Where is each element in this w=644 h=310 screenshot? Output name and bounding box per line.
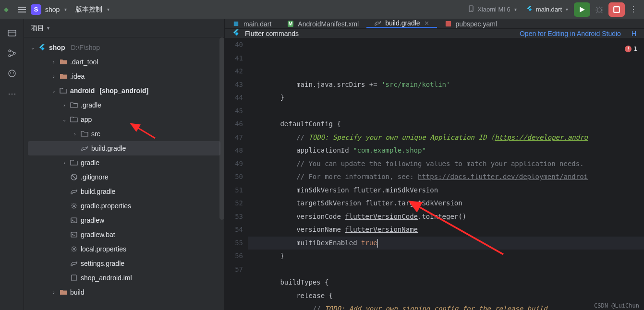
tab-label: build.gradle [385, 19, 420, 27]
file-icon [70, 188, 78, 195]
project-name[interactable]: shop [45, 6, 60, 13]
tree-node-gradlew-bat[interactable]: gradlew.bat [24, 227, 224, 242]
code-content[interactable]: ! 1 main.java.srcDirs += 'src/main/kotli… [248, 38, 644, 310]
svg-rect-4 [8, 30, 16, 36]
structure-tool-icon[interactable] [7, 48, 17, 59]
chevron-down-icon: ▾ [64, 7, 67, 12]
tab-label: AndroidManifest.xml [298, 20, 359, 28]
project-tool-icon[interactable] [7, 28, 17, 38]
svg-point-1 [471, 10, 472, 11]
svg-rect-14 [71, 232, 77, 237]
vcs-menu[interactable]: 版本控制 [75, 5, 102, 14]
tree-node-gradlew[interactable]: gradlew [24, 213, 224, 227]
svg-point-2 [597, 8, 602, 12]
tree-node--dart-tool[interactable]: ›.dart_tool [24, 55, 224, 69]
editor-tabs: main.dartMAndroidManifest.xmlbuild.gradl… [225, 19, 644, 29]
error-icon: ! [625, 46, 632, 52]
stop-button[interactable] [608, 2, 625, 17]
flutter-icon [232, 29, 240, 38]
run-config-selector[interactable]: main.dart ▾ [522, 3, 572, 15]
code-line[interactable]: buildTypes { [248, 276, 644, 289]
tree-node--idea[interactable]: ›.idea [24, 69, 224, 83]
svg-point-9 [10, 72, 11, 73]
file-icon [70, 173, 78, 181]
close-icon[interactable]: ✕ [424, 20, 429, 27]
code-line[interactable]: release { [248, 289, 644, 303]
code-line[interactable] [248, 263, 644, 276]
tree-node-build[interactable]: ›build [24, 285, 224, 299]
chevron-down-icon: ▾ [514, 7, 517, 12]
file-icon [70, 231, 78, 238]
svg-rect-3 [614, 7, 620, 12]
file-icon [81, 130, 88, 138]
code-line[interactable]: } [248, 91, 644, 105]
banner-extra[interactable]: H [632, 30, 636, 37]
device-name: Xiaomi MI 6 [477, 6, 510, 13]
code-line[interactable]: // You can update the following values t… [248, 157, 644, 171]
code-line[interactable]: applicationId "com.example.shop" [248, 144, 644, 157]
tree-node-app[interactable]: ⌄app [24, 112, 224, 127]
tree-node-settings-gradle[interactable]: settings.gradle [24, 256, 224, 271]
tree-node--gitignore[interactable]: .gitignore [24, 170, 224, 184]
tab-main-dart[interactable]: main.dart [225, 19, 279, 28]
debug-button[interactable] [592, 5, 607, 14]
tree-node-local-properties[interactable]: local.properties [24, 242, 224, 256]
tree-root[interactable]: ⌄shopD:\F\shop [24, 40, 224, 55]
file-icon [60, 288, 67, 296]
code-line[interactable]: versionName flutterVersionName [248, 223, 644, 237]
main-menu-button[interactable] [17, 5, 27, 14]
code-line[interactable]: versionCode flutterVersionCode.toInteger… [248, 210, 644, 224]
watermark: CSDN @LuiChun [594, 299, 639, 310]
tab-build-gradle[interactable]: build.gradle✕ [366, 19, 437, 28]
error-indicator[interactable]: ! 1 [625, 42, 637, 56]
chevron-down-icon: ▾ [107, 7, 109, 12]
code-line[interactable]: // TODO: Add your own signing config for… [248, 302, 644, 310]
tree-node--gradle[interactable]: ›.gradle [24, 98, 224, 112]
file-icon [60, 58, 67, 66]
tree-node-gradle[interactable]: ›gradle [24, 155, 224, 170]
sidebar-title: 项目 [31, 24, 44, 33]
code-line[interactable]: minSdkVersion flutter.minSdkVersion [248, 184, 644, 197]
svg-point-12 [73, 205, 75, 207]
svg-rect-16 [72, 275, 76, 281]
copilot-tool-icon[interactable] [7, 68, 17, 79]
tree-node-build-gradle[interactable]: build.gradle [28, 141, 220, 155]
file-icon [81, 144, 88, 152]
svg-point-6 [9, 55, 11, 57]
scrollbar[interactable] [219, 37, 224, 220]
phone-icon [468, 5, 474, 13]
file-icon [70, 101, 78, 109]
tree-node-android[interactable]: ⌄android [shop_android] [24, 83, 224, 98]
tree-node-gradle-properties[interactable]: gradle.properties [24, 199, 224, 213]
svg-rect-13 [71, 218, 77, 223]
code-editor[interactable]: 404142434445464748495051525354555657 ! 1… [225, 38, 644, 310]
run-config-label: main.dart [536, 6, 562, 13]
code-line[interactable]: // TODO: Specify your own unique Applica… [248, 131, 644, 144]
tab-pubspec-yaml[interactable]: pubspec.yaml [437, 19, 505, 28]
tab-label: pubspec.yaml [456, 20, 497, 28]
code-line[interactable]: multiDexEnabled true [248, 237, 644, 250]
chevron-down-icon: ▾ [47, 25, 49, 31]
code-line[interactable]: } [248, 250, 644, 263]
more-menu-button[interactable]: ⋮ [627, 5, 640, 14]
code-line[interactable] [248, 105, 644, 118]
code-line[interactable]: main.java.srcDirs += 'src/main/kotlin' [248, 78, 644, 92]
code-line[interactable]: // For more information, see: https://do… [248, 170, 644, 184]
code-line[interactable]: defaultConfig { [248, 118, 644, 131]
device-selector[interactable]: Xiaomi MI 6 ▾ [464, 3, 521, 15]
code-line[interactable]: targetSdkVersion flutter.targetSdkVersio… [248, 197, 644, 210]
toolbar: ◆ S shop ▾ 版本控制 ▾ Xiaomi MI 6 ▾ main.dar… [0, 0, 644, 19]
flutter-icon [526, 5, 533, 13]
tree-node-build-gradle[interactable]: build.gradle [24, 184, 224, 199]
svg-point-5 [9, 50, 11, 52]
file-icon [70, 202, 78, 210]
tab-androidmanifest-xml[interactable]: MAndroidManifest.xml [279, 19, 366, 28]
project-tree[interactable]: ⌄shopD:\F\shop›.dart_tool›.idea⌄android … [24, 37, 224, 302]
open-in-studio-link[interactable]: Open for Editing in Android Studio [520, 30, 621, 37]
sidebar-header[interactable]: 项目 ▾ [24, 19, 224, 37]
tree-node-shop-android-iml[interactable]: shop_android.iml [24, 271, 224, 285]
more-tools-icon[interactable]: ⋯ [7, 88, 17, 99]
run-button[interactable] [574, 2, 590, 17]
file-icon [70, 274, 78, 282]
tree-node-src[interactable]: ›src [24, 127, 224, 141]
